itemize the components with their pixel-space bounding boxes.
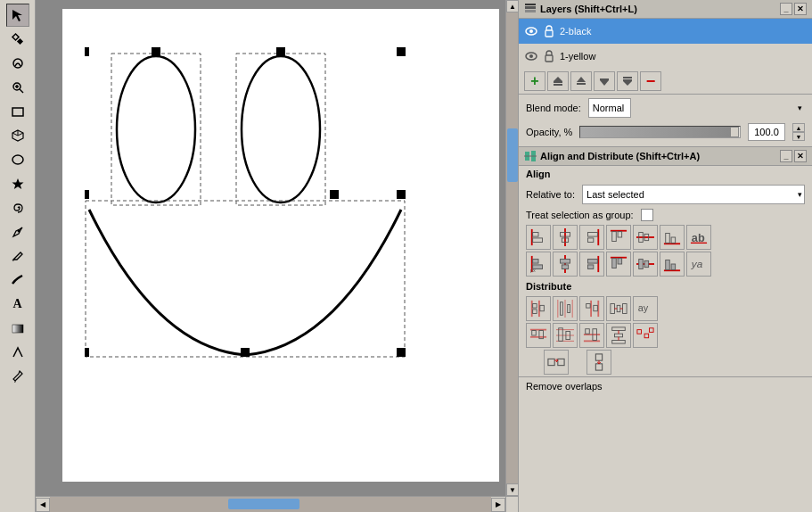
exchange-positions-y-btn[interactable] bbox=[586, 350, 611, 375]
zoom-tool[interactable] bbox=[6, 76, 29, 99]
svg-rect-35 bbox=[545, 55, 553, 62]
svg-marker-9 bbox=[12, 178, 23, 189]
align-center-vert-btn[interactable] bbox=[553, 225, 578, 250]
dist-randomize-btn[interactable] bbox=[633, 323, 658, 348]
dist-gaps-vert-btn[interactable] bbox=[606, 323, 631, 348]
svg-point-8 bbox=[12, 155, 23, 164]
align-close-btn[interactable]: ✕ bbox=[794, 150, 807, 162]
align-center-horiz-btn[interactable] bbox=[633, 225, 658, 250]
layer-row-2black[interactable]: 2-black bbox=[519, 19, 812, 44]
dropper-tool[interactable] bbox=[6, 365, 29, 388]
align-pixel-top-btn[interactable] bbox=[606, 252, 631, 277]
pencil-tool[interactable] bbox=[6, 244, 29, 268]
layers-minimize-btn[interactable]: _ bbox=[780, 3, 792, 15]
align-row-1: ab bbox=[526, 225, 805, 250]
align-right-edges-btn[interactable] bbox=[579, 225, 604, 250]
align-pixel-bottom-btn[interactable] bbox=[660, 252, 685, 277]
tweak-tool[interactable] bbox=[6, 52, 29, 75]
align-pixel-left-btn[interactable]: px bbox=[526, 252, 551, 277]
svg-rect-124 bbox=[614, 334, 622, 337]
vertical-scrollbar[interactable]: ▲ ▼ bbox=[505, 0, 518, 496]
blend-select-wrapper: Normal Multiply Screen ▾ bbox=[588, 98, 805, 118]
dist-baseline-btn[interactable]: ay bbox=[633, 296, 658, 321]
move-layer-up-btn[interactable] bbox=[547, 71, 569, 91]
opacity-value[interactable]: 100.0 bbox=[748, 123, 785, 141]
layer-lock-icon-2black[interactable] bbox=[542, 24, 556, 38]
delete-layer-btn[interactable]: − bbox=[640, 71, 661, 91]
dist-top-edges-btn[interactable] bbox=[526, 323, 551, 348]
treat-checkbox[interactable] bbox=[641, 209, 653, 221]
svg-text:px: px bbox=[530, 268, 536, 273]
gradient-tool[interactable] bbox=[6, 317, 29, 340]
svg-rect-32 bbox=[545, 30, 553, 37]
dist-right-edges-btn[interactable] bbox=[579, 296, 604, 321]
star-tool[interactable] bbox=[6, 172, 29, 195]
canvas-wrapper[interactable]: ▲ ▼ ◀ ▶ bbox=[36, 0, 518, 512]
svg-rect-60 bbox=[618, 232, 622, 237]
align-bottom-edges-btn[interactable] bbox=[660, 225, 685, 250]
add-layer-btn[interactable]: + bbox=[524, 71, 545, 91]
horizontal-scrollbar[interactable]: ◀ ▶ bbox=[36, 496, 505, 512]
align-left-edges-btn[interactable] bbox=[526, 225, 551, 250]
scroll-left-btn[interactable]: ◀ bbox=[36, 498, 50, 512]
text-tool[interactable]: A bbox=[6, 293, 29, 316]
svg-rect-16 bbox=[86, 201, 405, 357]
align-pixel-mid-btn[interactable] bbox=[633, 252, 658, 277]
calligraphy-tool[interactable] bbox=[6, 268, 29, 292]
move-obj-up-btn[interactable] bbox=[570, 71, 592, 91]
blend-mode-select[interactable]: Normal Multiply Screen bbox=[588, 98, 631, 118]
circle-tool[interactable] bbox=[6, 148, 29, 171]
dist-bottom-edges-btn[interactable] bbox=[579, 323, 604, 348]
dist-center-horiz-btn[interactable] bbox=[553, 296, 578, 321]
node-tool[interactable] bbox=[6, 28, 29, 51]
align-text-pixel-btn[interactable]: ya bbox=[686, 252, 711, 277]
svg-line-4 bbox=[20, 89, 23, 93]
scroll-up-btn[interactable]: ▲ bbox=[506, 0, 518, 12]
align-row-2: px ya bbox=[526, 252, 805, 277]
layer-row-1yellow[interactable]: 1-yellow bbox=[519, 44, 812, 69]
opacity-thumb bbox=[730, 127, 739, 137]
scroll-thumb-v[interactable] bbox=[507, 128, 518, 182]
svg-point-34 bbox=[529, 54, 533, 58]
svg-rect-84 bbox=[644, 260, 649, 267]
dist-left-edges-btn[interactable] bbox=[526, 296, 551, 321]
spiral-tool[interactable] bbox=[6, 196, 29, 219]
dist-gaps-horiz-btn[interactable] bbox=[606, 296, 631, 321]
layers-panel: Layers (Shift+Ctrl+L) _ ✕ 2-black bbox=[519, 0, 812, 147]
svg-point-10 bbox=[17, 230, 20, 233]
svg-marker-44 bbox=[623, 81, 632, 86]
layer-visible-icon-2black[interactable] bbox=[524, 24, 538, 38]
scroll-right-btn[interactable]: ▶ bbox=[491, 498, 505, 512]
cube-tool[interactable] bbox=[6, 124, 29, 147]
exchange-positions-x-btn[interactable] bbox=[544, 350, 569, 375]
move-obj-down-btn[interactable] bbox=[594, 71, 615, 91]
svg-rect-120 bbox=[586, 329, 590, 334]
opacity-spinner: ▲ ▼ bbox=[792, 123, 805, 141]
move-layer-down-btn[interactable] bbox=[617, 71, 638, 91]
relative-to-select[interactable]: Last selected First selected Page Drawin… bbox=[582, 185, 805, 204]
opacity-slider[interactable] bbox=[579, 126, 741, 138]
svg-rect-94 bbox=[561, 302, 563, 316]
dist-center-vert-btn[interactable] bbox=[553, 323, 578, 348]
connector-tool[interactable] bbox=[6, 341, 29, 364]
pen-tool[interactable] bbox=[6, 220, 29, 244]
distribute-row-2 bbox=[526, 323, 805, 348]
scroll-thumb-h[interactable] bbox=[228, 499, 299, 509]
layers-close-btn[interactable]: ✕ bbox=[794, 3, 807, 15]
svg-rect-23 bbox=[397, 348, 406, 357]
opacity-up-btn[interactable]: ▲ bbox=[792, 123, 805, 132]
layer-lock-icon-1yellow[interactable] bbox=[542, 49, 556, 63]
smiley-drawing bbox=[85, 27, 441, 366]
scroll-down-btn[interactable]: ▼ bbox=[506, 483, 518, 496]
opacity-down-btn[interactable]: ▼ bbox=[792, 132, 805, 141]
align-text-baseline-btn[interactable]: ab bbox=[686, 225, 711, 250]
align-pixel-center-btn[interactable] bbox=[553, 252, 578, 277]
right-panel: Layers (Shift+Ctrl+L) _ ✕ 2-black bbox=[518, 0, 812, 512]
align-top-edges-btn[interactable] bbox=[606, 225, 631, 250]
rect-tool[interactable] bbox=[6, 100, 29, 123]
layer-visible-icon-1yellow[interactable] bbox=[524, 49, 538, 63]
align-minimize-btn[interactable]: _ bbox=[780, 150, 792, 162]
select-tool[interactable] bbox=[6, 4, 29, 27]
align-pixel-right-btn[interactable] bbox=[579, 252, 604, 277]
svg-rect-65 bbox=[666, 233, 670, 243]
